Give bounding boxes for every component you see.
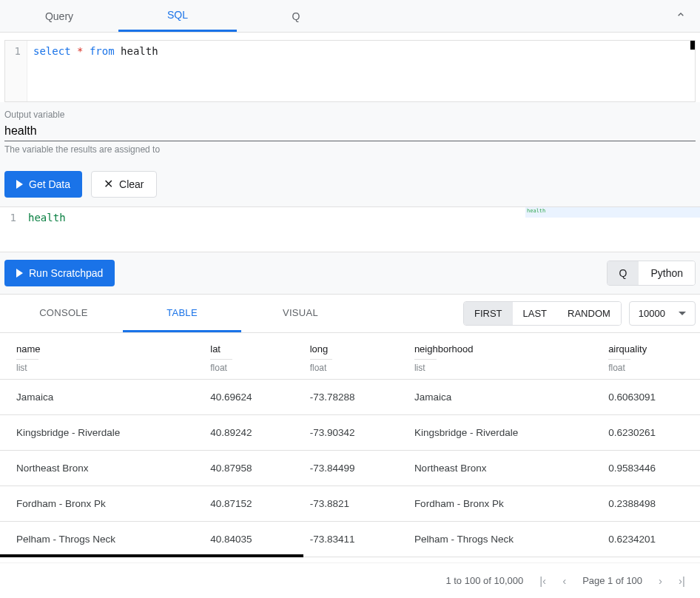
sql-code-line: select * from health <box>27 41 164 101</box>
play-icon <box>16 180 23 189</box>
cell: Northeast Bronx <box>398 451 592 486</box>
table-row[interactable]: Jamaica 40.69624 -73.78288 Jamaica 0.606… <box>0 380 700 415</box>
cell: Pelham - Throgs Neck <box>0 522 194 557</box>
table-row[interactable]: Northeast Bronx 40.87958 -73.84499 North… <box>0 451 700 486</box>
get-data-button[interactable]: Get Data <box>4 171 82 198</box>
results-table: namelist latfloat longfloat neighborhood… <box>0 333 700 557</box>
language-toggle: Q Python <box>607 261 696 286</box>
cell: Jamaica <box>398 380 592 415</box>
last-page-button[interactable]: ›| <box>679 574 685 587</box>
col-header[interactable]: longfloat <box>294 333 398 380</box>
play-icon <box>16 269 23 278</box>
editor-minimap[interactable]: health <box>525 207 700 218</box>
cell: 0.6234201 <box>592 522 700 557</box>
cell: 0.6230261 <box>592 415 700 451</box>
top-tab-bar: Query SQL Q <box>0 0 700 33</box>
cell: Fordham - Bronx Pk <box>398 486 592 522</box>
first-page-button[interactable]: |‹ <box>539 574 546 587</box>
lang-q-button[interactable]: Q <box>608 261 639 285</box>
col-header[interactable]: neighborhoodlist <box>398 333 592 380</box>
get-data-label: Get Data <box>29 178 70 190</box>
cell: Kingsbridge - Riverdale <box>0 415 194 451</box>
mode-first-button[interactable]: FIRST <box>464 302 513 325</box>
mode-random-button[interactable]: RANDOM <box>557 302 621 325</box>
cell: 0.6063091 <box>592 380 700 415</box>
cell: Kingsbridge - Riverdale <box>398 415 592 451</box>
chevron-down-icon <box>679 312 686 315</box>
cell: 0.9583446 <box>592 451 700 486</box>
collapse-panel-icon[interactable] <box>675 9 687 23</box>
cell: 40.89242 <box>194 415 293 451</box>
cell: Jamaica <box>0 380 194 415</box>
next-page-button[interactable]: › <box>659 574 662 587</box>
table-row[interactable]: Fordham - Bronx Pk 40.87152 -73.8821 For… <box>0 486 700 522</box>
results-header: CONSOLE TABLE VISUAL FIRST LAST RANDOM 1… <box>0 295 700 333</box>
pagination-range: 1 to 100 of 10,000 <box>445 575 523 586</box>
pagination-page: Page 1 of 100 <box>582 575 642 586</box>
tab-q[interactable]: Q <box>237 1 355 31</box>
scratchpad-editor[interactable]: 1 health health <box>0 206 700 252</box>
cell: 0.2388498 <box>592 486 700 522</box>
output-variable-label: Output variable <box>4 105 696 121</box>
mode-last-button[interactable]: LAST <box>513 302 558 325</box>
tab-query[interactable]: Query <box>0 1 118 31</box>
cell: -73.78288 <box>294 380 398 415</box>
table-row[interactable]: Pelham - Throgs Neck 40.84035 -73.83411 … <box>0 522 700 557</box>
cell: 40.87958 <box>194 451 293 486</box>
col-header[interactable]: airqualityfloat <box>592 333 700 380</box>
row-limit-select[interactable]: 10000 <box>629 301 696 326</box>
cell: Pelham - Throgs Neck <box>398 522 592 557</box>
cell: 40.69624 <box>194 380 293 415</box>
cell: Northeast Bronx <box>0 451 194 486</box>
pagination-bar: 1 to 100 of 10,000 |‹ ‹ Page 1 of 100 › … <box>0 562 700 598</box>
close-icon: ✕ <box>104 178 113 190</box>
tab-console[interactable]: CONSOLE <box>4 295 123 332</box>
output-variable-input[interactable] <box>4 121 696 141</box>
table-row[interactable]: Kingsbridge - Riverdale 40.89242 -73.903… <box>0 415 700 451</box>
sample-mode-toggle: FIRST LAST RANDOM <box>463 301 622 326</box>
result-tabs: CONSOLE TABLE VISUAL <box>4 295 360 332</box>
clear-label: Clear <box>119 178 144 190</box>
query-button-row: Get Data ✕ Clear <box>0 162 700 206</box>
col-header[interactable]: latfloat <box>194 333 293 380</box>
editor-gutter: 1 <box>5 41 27 101</box>
tab-sql[interactable]: SQL <box>118 0 237 32</box>
col-header[interactable]: namelist <box>0 333 194 380</box>
horizontal-scrollbar[interactable] <box>0 554 303 557</box>
editor-scroll-indicator <box>690 41 695 50</box>
row-limit-value: 10000 <box>639 308 665 319</box>
cell: 40.87152 <box>194 486 293 522</box>
scratchpad-run-row: Run Scratchpad Q Python <box>0 252 700 295</box>
run-scratchpad-label: Run Scratchpad <box>29 267 103 279</box>
clear-button[interactable]: ✕ Clear <box>91 171 156 198</box>
cell: 40.84035 <box>194 522 293 557</box>
scratch-gutter: 1 <box>0 207 22 252</box>
sql-editor[interactable]: 1 select * from health <box>4 40 696 102</box>
lang-python-button[interactable]: Python <box>639 261 695 285</box>
output-variable-hint: The variable the results are assigned to <box>4 141 696 155</box>
cell: -73.83411 <box>294 522 398 557</box>
output-variable-section: Output variable The variable the results… <box>0 102 700 162</box>
cell: Fordham - Bronx Pk <box>0 486 194 522</box>
scratch-code-line: health <box>22 207 72 252</box>
tab-visual[interactable]: VISUAL <box>241 295 360 332</box>
cell: -73.84499 <box>294 451 398 486</box>
table-header-row: namelist latfloat longfloat neighborhood… <box>0 333 700 380</box>
run-scratchpad-button[interactable]: Run Scratchpad <box>4 260 115 286</box>
tab-table[interactable]: TABLE <box>123 295 241 332</box>
prev-page-button[interactable]: ‹ <box>562 574 566 587</box>
cell: -73.90342 <box>294 415 398 451</box>
cell: -73.8821 <box>294 486 398 522</box>
results-table-wrap: namelist latfloat longfloat neighborhood… <box>0 333 700 557</box>
result-controls: FIRST LAST RANDOM 10000 <box>463 301 696 326</box>
minimap-preview: health <box>527 208 545 214</box>
